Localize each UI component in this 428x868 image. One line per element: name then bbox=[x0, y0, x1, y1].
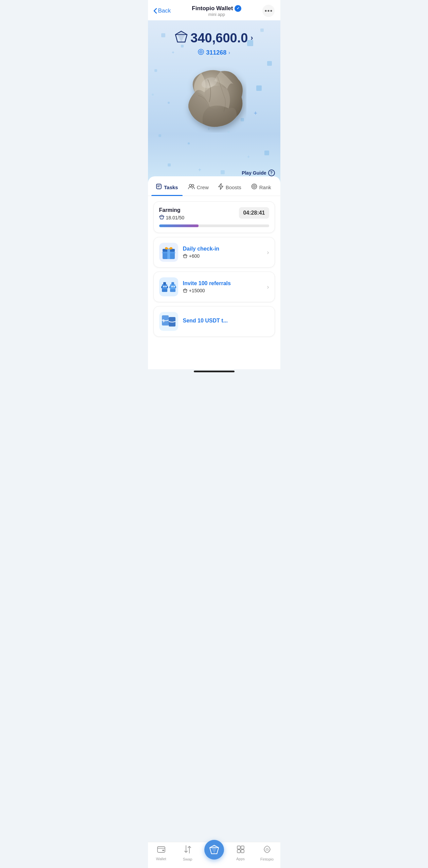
svg-rect-34 bbox=[167, 286, 168, 288]
back-button[interactable]: Back bbox=[153, 7, 171, 14]
farming-diamond-icon bbox=[159, 215, 164, 220]
tabs-section: Tasks Crew Boosts bbox=[148, 176, 280, 196]
crew-icon bbox=[188, 183, 195, 191]
tab-tasks-label: Tasks bbox=[164, 184, 178, 190]
tab-boosts-label: Boosts bbox=[226, 184, 241, 190]
boosts-icon bbox=[218, 183, 224, 192]
header-center: Fintopio Wallet ✓ mini app bbox=[192, 5, 241, 17]
svg-point-37 bbox=[171, 286, 173, 287]
svg-point-15 bbox=[254, 186, 255, 187]
nav-wallet-label: Wallet bbox=[156, 857, 166, 861]
nav-fintopio-label: Fintopio bbox=[260, 857, 274, 861]
task-send-usdt[interactable]: $ Send 10 USDT t... bbox=[153, 306, 275, 337]
tab-rank-label: Rank bbox=[259, 184, 271, 190]
menu-button[interactable] bbox=[262, 5, 275, 17]
tab-boosts[interactable]: Boosts bbox=[214, 178, 246, 196]
fintopio-icon bbox=[263, 845, 272, 856]
svg-rect-55 bbox=[241, 846, 244, 849]
svg-point-38 bbox=[173, 286, 175, 287]
svg-point-31 bbox=[165, 286, 167, 287]
progress-bar bbox=[159, 224, 269, 227]
task-invite-title: Invite 100 referrals bbox=[183, 280, 262, 287]
sub-score[interactable]: 311268 › bbox=[153, 49, 275, 56]
task-invite-reward: +15000 bbox=[183, 288, 262, 293]
rock-image[interactable] bbox=[180, 63, 248, 138]
svg-point-12 bbox=[192, 184, 194, 186]
main-score[interactable]: 340,600.0 › bbox=[153, 31, 275, 45]
nav-swap-label: Swap bbox=[183, 857, 192, 861]
svg-point-1 bbox=[268, 10, 269, 12]
tasks-icon bbox=[156, 183, 162, 191]
task-usdt-info: Send 10 USDT t... bbox=[183, 318, 269, 325]
task-invite-referrals[interactable]: Invite 100 referrals +15000 › bbox=[153, 272, 275, 302]
svg-point-30 bbox=[163, 286, 165, 287]
svg-rect-36 bbox=[171, 282, 174, 285]
task-invite-icon bbox=[159, 277, 178, 296]
progress-bar-fill bbox=[159, 224, 199, 227]
diamond-icon bbox=[175, 31, 188, 45]
svg-rect-54 bbox=[237, 846, 240, 849]
svg-rect-57 bbox=[241, 850, 244, 853]
svg-point-11 bbox=[189, 184, 191, 187]
task-invite-arrow: › bbox=[267, 283, 269, 291]
svg-rect-50 bbox=[162, 850, 164, 851]
farming-progress-text: 18.01/50 bbox=[159, 215, 185, 220]
svg-rect-33 bbox=[161, 286, 162, 288]
task-daily-arrow: › bbox=[267, 249, 269, 256]
score-arrow: › bbox=[250, 34, 253, 42]
nav-wallet[interactable]: Wallet bbox=[148, 845, 174, 861]
tab-rank[interactable]: Rank bbox=[245, 178, 277, 196]
score-value: 340,600.0 bbox=[190, 31, 248, 45]
back-label: Back bbox=[158, 7, 171, 14]
task-daily-reward-value: +600 bbox=[189, 253, 200, 259]
play-guide-label: Play Guide bbox=[242, 170, 266, 176]
svg-rect-56 bbox=[237, 850, 240, 853]
play-guide-button[interactable]: Play Guide ? bbox=[242, 170, 275, 176]
hero-section: + + + + + + 340,600.0 › 3 bbox=[148, 20, 280, 183]
task-daily-checkin[interactable]: Daily check-in +600 › bbox=[153, 237, 275, 268]
task-invite-info: Invite 100 referrals +15000 bbox=[183, 280, 262, 293]
svg-rect-49 bbox=[157, 847, 165, 852]
svg-rect-22 bbox=[167, 249, 170, 259]
task-usdt-title: Send 10 USDT t... bbox=[183, 318, 269, 324]
play-guide-icon: ? bbox=[268, 170, 275, 176]
app-title: Fintopio Wallet ✓ bbox=[192, 5, 241, 12]
task-daily-icon bbox=[159, 243, 178, 262]
farming-progress-value: 18.01/50 bbox=[166, 215, 185, 220]
nav-swap[interactable]: Swap bbox=[174, 845, 201, 861]
tab-bar: Tasks Crew Boosts bbox=[148, 178, 280, 196]
tab-tasks[interactable]: Tasks bbox=[151, 178, 183, 196]
farming-header: Farming 18.01/50 04:28:41 bbox=[159, 207, 269, 220]
sub-score-value: 311268 bbox=[206, 49, 226, 56]
bottom-nav: Wallet Swap Apps bbox=[148, 842, 280, 868]
svg-point-0 bbox=[265, 10, 267, 12]
tab-crew[interactable]: Crew bbox=[183, 178, 214, 196]
home-indicator bbox=[194, 371, 235, 372]
content-area: Farming 18.01/50 04:28:41 bbox=[148, 196, 280, 342]
apps-icon bbox=[237, 845, 245, 855]
svg-rect-39 bbox=[170, 289, 175, 292]
task-daily-info: Daily check-in +600 bbox=[183, 246, 262, 259]
svg-rect-29 bbox=[163, 282, 166, 285]
farming-timer: 04:28:41 bbox=[239, 207, 269, 219]
nav-fintopio[interactable]: Fintopio bbox=[254, 845, 280, 861]
svg-rect-10 bbox=[156, 184, 161, 189]
nav-apps[interactable]: Apps bbox=[227, 845, 254, 861]
task-daily-reward: +600 bbox=[183, 253, 262, 259]
farming-title: Farming bbox=[159, 207, 185, 213]
svg-rect-32 bbox=[162, 289, 167, 292]
task-daily-title: Daily check-in bbox=[183, 246, 262, 252]
tab-crew-label: Crew bbox=[197, 184, 209, 190]
svg-text:$: $ bbox=[163, 319, 165, 323]
svg-rect-23 bbox=[162, 252, 175, 253]
nav-apps-label: Apps bbox=[236, 857, 245, 861]
swap-icon bbox=[184, 845, 192, 856]
svg-point-8 bbox=[201, 52, 202, 53]
home-center-button[interactable] bbox=[204, 840, 224, 860]
verified-badge: ✓ bbox=[235, 5, 241, 12]
svg-rect-40 bbox=[169, 286, 170, 288]
sub-score-arrow: › bbox=[228, 50, 230, 55]
farming-card: Farming 18.01/50 04:28:41 bbox=[153, 201, 275, 233]
svg-point-2 bbox=[271, 10, 272, 12]
nav-home[interactable] bbox=[201, 847, 227, 860]
